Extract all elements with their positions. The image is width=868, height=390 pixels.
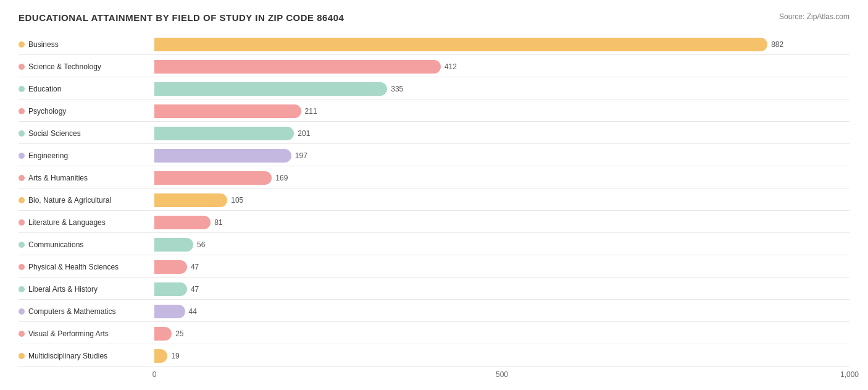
- bar-dot-icon: [19, 130, 25, 137]
- bar-label-text: Multidisciplinary Studies: [28, 352, 107, 360]
- bar-row: Psychology211: [19, 101, 849, 122]
- bar-dot-icon: [19, 197, 25, 203]
- bar-label: Communications: [19, 240, 154, 249]
- bar-label-text: Literature & Languages: [28, 218, 106, 227]
- bar-dot-icon: [19, 86, 25, 92]
- bar-container: 56: [154, 238, 849, 252]
- bar-fill: [154, 38, 767, 51]
- bar-fill: [154, 216, 211, 229]
- bar-container: 335: [154, 82, 849, 96]
- bar-row: Communications56: [19, 234, 849, 255]
- bar-container: 19: [154, 349, 849, 363]
- x-axis-tick: 1,000: [840, 370, 859, 379]
- bar-fill: [154, 171, 272, 185]
- source-label: Source: ZipAtlas.com: [779, 12, 849, 21]
- bar-row: Literature & Languages81: [19, 212, 849, 233]
- bar-container: 47: [154, 260, 849, 274]
- bar-label-text: Computers & Mathematics: [28, 307, 115, 316]
- bar-label: Multidisciplinary Studies: [19, 352, 154, 360]
- bar-dot-icon: [19, 64, 25, 70]
- bar-dot-icon: [19, 353, 25, 359]
- bar-value-label: 169: [275, 174, 288, 182]
- bar-value-label: 19: [171, 352, 179, 360]
- bar-dot-icon: [19, 219, 25, 226]
- bar-label-text: Psychology: [28, 107, 66, 116]
- bar-label-text: Bio, Nature & Agricultural: [28, 196, 111, 205]
- bar-label-text: Communications: [28, 240, 83, 249]
- bar-value-label: 47: [191, 285, 199, 294]
- bar-row: Liberal Arts & History47: [19, 279, 849, 300]
- bar-label-text: Visual & Performing Arts: [28, 329, 109, 338]
- x-axis-inner: 05001,000: [154, 370, 849, 383]
- bar-dot-icon: [19, 264, 25, 270]
- bar-fill: [154, 127, 294, 140]
- bar-container: 412: [154, 60, 849, 74]
- bar-label-text: Science & Technology: [28, 62, 101, 71]
- bar-container: 201: [154, 127, 849, 140]
- bar-container: 47: [154, 282, 849, 296]
- bar-label: Social Sciences: [19, 129, 154, 138]
- bar-row: Education335: [19, 78, 849, 100]
- bar-fill: [154, 327, 172, 341]
- bar-fill: [154, 305, 185, 318]
- bar-container: 105: [154, 193, 849, 207]
- bar-value-label: 335: [391, 85, 403, 93]
- bar-label: Business: [19, 40, 154, 49]
- bar-label-text: Liberal Arts & History: [28, 285, 98, 294]
- bar-row: Physical & Health Sciences47: [19, 256, 849, 278]
- bar-row: Multidisciplinary Studies19: [19, 345, 849, 367]
- bar-label: Engineering: [19, 151, 154, 160]
- bar-fill: [154, 149, 291, 163]
- bar-label: Education: [19, 85, 154, 93]
- bar-value-label: 882: [771, 40, 783, 49]
- bar-label-text: Engineering: [28, 151, 68, 160]
- bar-container: 197: [154, 149, 849, 163]
- bar-label-text: Physical & Health Sciences: [28, 263, 119, 271]
- bar-value-label: 56: [197, 240, 205, 249]
- bar-label: Arts & Humanities: [19, 174, 154, 182]
- bar-fill: [154, 349, 167, 363]
- bar-dot-icon: [19, 308, 25, 315]
- bar-fill: [154, 104, 301, 118]
- bar-label: Psychology: [19, 107, 154, 116]
- bar-dot-icon: [19, 242, 25, 248]
- bar-container: 81: [154, 216, 849, 229]
- bar-container: 882: [154, 38, 849, 51]
- bar-dot-icon: [19, 41, 25, 48]
- bar-row: Bio, Nature & Agricultural105: [19, 190, 849, 211]
- x-axis-tick: 0: [152, 370, 157, 379]
- chart-header: EDUCATIONAL ATTAINMENT BY FIELD OF STUDY…: [19, 12, 849, 23]
- bar-row: Business882: [19, 34, 849, 55]
- bar-row: Visual & Performing Arts25: [19, 323, 849, 344]
- chart-area: Business882Science & Technology412Educat…: [19, 34, 849, 367]
- bar-value-label: 201: [298, 129, 310, 138]
- bar-label-text: Education: [28, 85, 61, 93]
- bar-fill: [154, 60, 441, 74]
- bar-label: Computers & Mathematics: [19, 307, 154, 316]
- bar-value-label: 211: [305, 107, 317, 116]
- bar-value-label: 197: [295, 151, 307, 160]
- bar-container: 25: [154, 327, 849, 341]
- bar-label: Literature & Languages: [19, 218, 154, 227]
- bar-dot-icon: [19, 175, 25, 181]
- x-axis: 05001,000: [19, 370, 849, 383]
- bar-label-text: Arts & Humanities: [28, 174, 88, 182]
- bar-fill: [154, 193, 227, 207]
- bar-label: Science & Technology: [19, 62, 154, 71]
- bar-container: 44: [154, 305, 849, 318]
- bar-fill: [154, 238, 193, 252]
- bar-value-label: 105: [231, 196, 243, 205]
- bar-fill: [154, 282, 187, 296]
- x-axis-tick: 500: [496, 370, 508, 379]
- bar-container: 169: [154, 171, 849, 185]
- bar-fill: [154, 82, 387, 96]
- bar-label: Physical & Health Sciences: [19, 263, 154, 271]
- bar-label-text: Social Sciences: [28, 129, 81, 138]
- bar-row: Science & Technology412: [19, 56, 849, 77]
- bar-value-label: 81: [214, 218, 222, 227]
- bar-value-label: 25: [175, 329, 183, 338]
- bar-value-label: 44: [189, 307, 197, 316]
- bar-row: Computers & Mathematics44: [19, 301, 849, 322]
- bar-label-text: Business: [28, 40, 59, 49]
- bar-dot-icon: [19, 108, 25, 114]
